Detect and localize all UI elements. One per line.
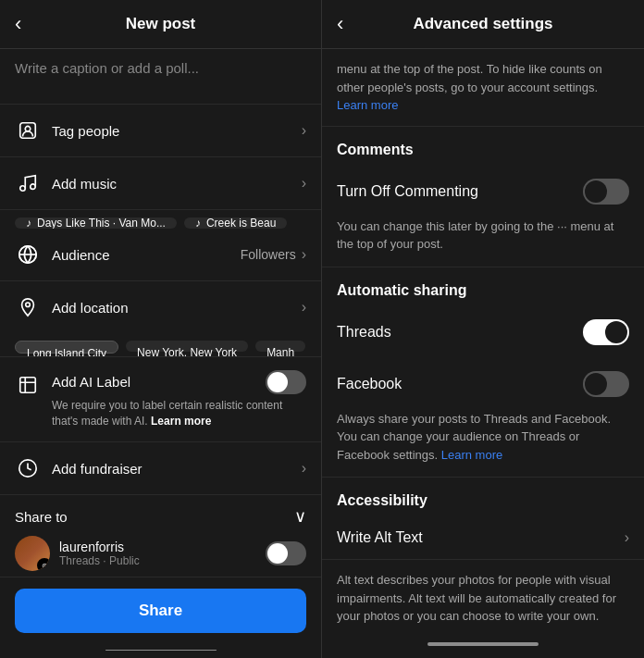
music-chip-label-2: Creek is Beau xyxy=(206,217,276,229)
share-to-chevron[interactable]: ∨ xyxy=(294,506,306,527)
right-panel: ‹ Advanced settings menu at the top of t… xyxy=(322,0,644,658)
music-note-icon-2: ♪ xyxy=(195,217,201,229)
audience-icon xyxy=(15,242,41,267)
tag-people-icon xyxy=(15,118,41,143)
tag-people-item[interactable]: Tag people › xyxy=(0,105,321,157)
music-chip-label-1: Days Like This · Van Mo... xyxy=(37,217,166,229)
share-button[interactable]: Share xyxy=(15,589,306,633)
tag-people-label: Tag people xyxy=(52,123,302,139)
svg-rect-6 xyxy=(20,378,36,393)
location-chip-2[interactable]: New York, New York xyxy=(126,341,248,352)
location-chip-3[interactable]: Manh xyxy=(255,341,305,352)
tag-people-chevron: › xyxy=(302,122,306,139)
caption-area[interactable]: Write a caption or add a poll... xyxy=(0,49,321,105)
account-toggle[interactable] xyxy=(266,541,306,565)
threads-label: Threads xyxy=(337,324,391,341)
account-row: ⊛ laurenforris Threads · Public xyxy=(15,536,306,571)
music-chip-1[interactable]: ♪ Days Like This · Van Mo... xyxy=(15,217,177,229)
audience-label: Audience xyxy=(52,247,241,263)
facebook-row: Facebook xyxy=(322,358,644,410)
audience-value: Followers xyxy=(241,247,296,262)
auto-sharing-learn-more[interactable]: Learn more xyxy=(441,448,502,462)
right-home-indicator xyxy=(427,642,539,646)
location-chip-1[interactable]: Long Island City xyxy=(15,341,118,354)
ai-label-toggle[interactable] xyxy=(266,370,306,394)
svg-point-3 xyxy=(31,184,36,190)
add-location-chevron: › xyxy=(302,299,306,316)
account-info: ⊛ laurenforris Threads · Public xyxy=(15,536,140,571)
right-back-button[interactable]: ‹ xyxy=(337,12,343,36)
home-indicator xyxy=(105,650,217,651)
ai-label-content: Add AI Label We require you to label cer… xyxy=(52,370,306,429)
page-title: New post xyxy=(126,15,196,33)
location-chips-container: Long Island City New York, New York Manh xyxy=(0,333,321,357)
add-location-label: Add location xyxy=(52,300,302,316)
turn-off-sub: You can change this later by going to th… xyxy=(322,217,644,267)
turn-off-commenting-toggle[interactable] xyxy=(583,179,629,205)
intro-learn-more[interactable]: Learn more xyxy=(337,98,398,112)
threads-badge: ⊛ xyxy=(37,558,50,571)
auto-sharing-sub: Always share your posts to Threads and F… xyxy=(322,410,644,478)
ai-label-title-row: Add AI Label xyxy=(52,370,306,394)
ai-label-sub: We require you to label certain realisti… xyxy=(52,398,306,429)
fundraiser-icon xyxy=(15,455,41,481)
ai-label-title: Add AI Label xyxy=(52,374,130,390)
add-music-item[interactable]: Add music › xyxy=(0,157,321,210)
left-panel: ‹ New post Write a caption or add a poll… xyxy=(0,0,322,658)
share-to-label: Share to xyxy=(15,509,68,525)
location-chip-label-3: Manh xyxy=(266,346,294,357)
auto-sharing-section-header: Automatic sharing xyxy=(322,267,644,306)
threads-toggle[interactable] xyxy=(583,319,629,345)
turn-off-commenting-label: Turn Off Commenting xyxy=(337,183,478,200)
music-note-icon-1: ♪ xyxy=(26,217,31,229)
add-fundraiser-label: Add fundraiser xyxy=(52,461,302,477)
audience-chevron: › xyxy=(302,246,306,263)
share-to-header: Share to ∨ xyxy=(15,506,306,527)
facebook-toggle[interactable] xyxy=(583,371,629,397)
accessibility-section-header: Accessibility xyxy=(322,478,644,516)
account-name: laurenforris xyxy=(59,540,140,554)
svg-point-2 xyxy=(20,186,26,192)
music-icon xyxy=(15,170,41,196)
location-chip-label-1: Long Island City xyxy=(27,347,106,357)
turn-off-commenting-row: Turn Off Commenting xyxy=(322,166,644,217)
add-music-chevron: › xyxy=(302,175,306,192)
account-sub: Threads · Public xyxy=(59,554,140,567)
write-alt-chevron: › xyxy=(625,529,629,546)
share-to-section: Share to ∨ ⊛ laurenforris Threads · Publ… xyxy=(0,495,321,577)
back-button[interactable]: ‹ xyxy=(15,12,21,36)
ai-label-section: Add AI Label We require you to label cer… xyxy=(0,357,321,443)
add-location-item[interactable]: Add location › xyxy=(0,281,321,333)
right-intro: menu at the top of the post. To hide lik… xyxy=(322,49,644,127)
comments-section-header: Comments xyxy=(322,127,644,166)
left-header: ‹ New post xyxy=(0,0,321,49)
location-chip-label-2: New York, New York xyxy=(137,346,237,357)
facebook-label: Facebook xyxy=(337,376,402,392)
threads-row: Threads xyxy=(322,306,644,358)
account-text: laurenforris Threads · Public xyxy=(59,540,140,567)
fundraiser-chevron: › xyxy=(302,460,306,477)
audience-item[interactable]: Audience Followers › xyxy=(0,229,321,281)
music-chip-2[interactable]: ♪ Creek is Beau xyxy=(184,217,287,229)
location-icon xyxy=(15,294,41,320)
avatar: ⊛ xyxy=(15,536,50,571)
music-chips-container: ♪ Days Like This · Van Mo... ♪ Creek is … xyxy=(0,210,321,229)
right-header: ‹ Advanced settings xyxy=(322,0,644,49)
alt-text-description: Alt text describes your photos for peopl… xyxy=(322,560,644,637)
caption-placeholder: Write a caption or add a poll... xyxy=(15,60,199,76)
right-page-title: Advanced settings xyxy=(413,15,552,33)
write-alt-label: Write Alt Text xyxy=(337,529,423,546)
svg-point-5 xyxy=(26,303,31,307)
write-alt-text-row[interactable]: Write Alt Text › xyxy=(322,516,644,560)
add-fundraiser-item[interactable]: Add fundraiser › xyxy=(0,442,321,495)
ai-label-icon xyxy=(15,372,41,398)
ai-learn-more[interactable]: Learn more xyxy=(151,415,211,428)
add-music-label: Add music xyxy=(52,176,302,192)
